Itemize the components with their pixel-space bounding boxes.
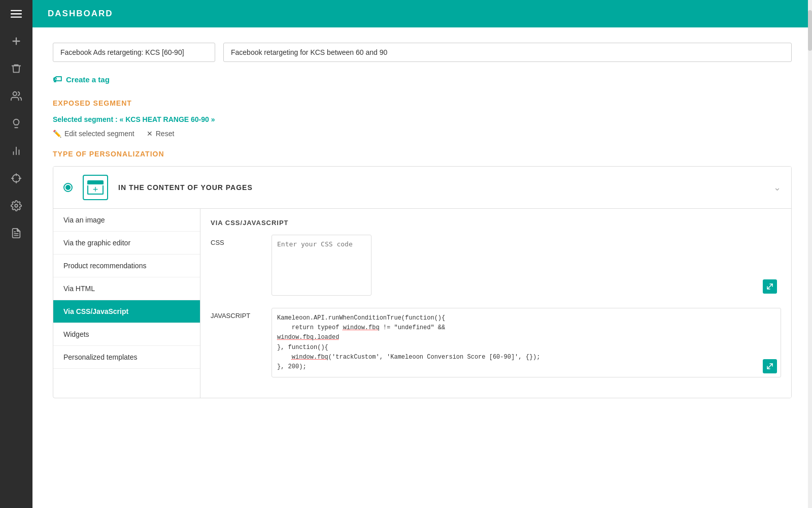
window-fbq-track-ref: window.fbq bbox=[292, 354, 328, 361]
exposed-segment-title: EXPOSED SEGMENT bbox=[53, 99, 792, 107]
edit-segment-label: Edit selected segment bbox=[64, 130, 134, 138]
css-js-section-title: VIA CSS/JAVASCRIPT bbox=[211, 219, 781, 227]
js-code-display: Kameleoon.API.runWhenConditionTrue(funct… bbox=[272, 308, 781, 377]
scrollbar-track[interactable] bbox=[808, 0, 812, 508]
js-expand-button[interactable] bbox=[763, 359, 777, 373]
campaign-name-input[interactable] bbox=[53, 43, 215, 62]
js-area-wrapper: Kameleoon.API.runWhenConditionTrue(funct… bbox=[272, 308, 781, 377]
create-tag-label: Create a tag bbox=[66, 75, 110, 84]
personalization-title: TYPE OF PERSONALIZATION bbox=[53, 150, 792, 158]
window-fbq-loaded-ref: window.fbq.loaded bbox=[277, 334, 339, 341]
css-row: CSS bbox=[211, 235, 781, 298]
card-title: IN THE CONTENT OF YOUR PAGES bbox=[118, 183, 253, 192]
create-tag-button[interactable]: 🏷 Create a tag bbox=[53, 74, 110, 85]
name-row bbox=[53, 43, 792, 62]
personalization-section: TYPE OF PERSONALIZATION + bbox=[53, 150, 792, 398]
content: 🏷 Create a tag EXPOSED SEGMENT Selected … bbox=[32, 27, 812, 508]
sidebar-item-chart[interactable] bbox=[0, 137, 32, 165]
svg-point-4 bbox=[15, 204, 18, 207]
topbar-title: DASHBOARD bbox=[48, 9, 113, 19]
chevron-down-icon: ⌄ bbox=[773, 182, 781, 193]
css-js-panel: VIA CSS/JAVASCRIPT CSS bbox=[200, 209, 791, 398]
menu-item-css-js[interactable]: Via CSS/JavaScript bbox=[53, 300, 200, 323]
personalization-card-header[interactable]: + IN THE CONTENT OF YOUR PAGES ⌄ bbox=[53, 167, 791, 208]
menu-item-widgets[interactable]: Widgets bbox=[53, 323, 200, 346]
reset-segment-label: Reset bbox=[156, 130, 175, 138]
card-header-left: + IN THE CONTENT OF YOUR PAGES bbox=[63, 175, 253, 200]
svg-rect-0 bbox=[11, 10, 22, 11]
sidebar-item-add[interactable] bbox=[0, 27, 32, 55]
main-area: DASHBOARD 🏷 Create a tag EXPOSED SEGMENT… bbox=[32, 0, 812, 508]
topbar: DASHBOARD bbox=[32, 0, 812, 27]
sidebar-item-users[interactable] bbox=[0, 82, 32, 110]
menu-item-image[interactable]: Via an image bbox=[53, 209, 200, 232]
menu-item-html[interactable]: Via HTML bbox=[53, 277, 200, 300]
exposed-segment-section: EXPOSED SEGMENT Selected segment : « KCS… bbox=[53, 99, 792, 138]
edit-segment-button[interactable]: ✏️ Edit selected segment bbox=[53, 130, 134, 138]
pencil-icon: ✏️ bbox=[53, 130, 61, 138]
css-expand-button[interactable] bbox=[763, 279, 777, 294]
sidebar-item-document[interactable] bbox=[0, 219, 32, 247]
svg-rect-2 bbox=[11, 17, 22, 18]
page-content-icon: + bbox=[83, 175, 108, 200]
campaign-description-input[interactable] bbox=[223, 43, 792, 62]
svg-rect-1 bbox=[11, 13, 22, 14]
radio-button[interactable] bbox=[63, 183, 73, 192]
personalization-left-menu: Via an image Via the graphic editor Prod… bbox=[53, 209, 200, 398]
tag-icon: 🏷 bbox=[53, 74, 62, 85]
css-area-wrapper bbox=[272, 235, 781, 298]
menu-item-graphic-editor[interactable]: Via the graphic editor bbox=[53, 232, 200, 255]
selected-segment-text: Selected segment : « KCS HEAT RANGE 60-9… bbox=[53, 115, 792, 123]
menu-item-personalized-templates[interactable]: Personalized templates bbox=[53, 346, 200, 369]
scrollbar-thumb[interactable] bbox=[808, 10, 812, 51]
sidebar-item-trash[interactable] bbox=[0, 55, 32, 82]
personalization-card-body: Via an image Via the graphic editor Prod… bbox=[53, 208, 791, 398]
css-input[interactable] bbox=[272, 235, 371, 296]
sidebar bbox=[0, 0, 32, 508]
x-icon: ✕ bbox=[147, 130, 153, 138]
js-label: JAVASCRIPT bbox=[211, 308, 261, 320]
personalization-card: + IN THE CONTENT OF YOUR PAGES ⌄ Via an … bbox=[53, 166, 792, 398]
sidebar-item-settings[interactable] bbox=[0, 192, 32, 219]
window-fbq-ref: window.fbq bbox=[343, 324, 380, 331]
js-row: JAVASCRIPT Kameleoon.API.runWhenConditio… bbox=[211, 308, 781, 377]
segment-actions: ✏️ Edit selected segment ✕ Reset bbox=[53, 130, 792, 138]
menu-icon[interactable] bbox=[0, 0, 32, 27]
reset-segment-button[interactable]: ✕ Reset bbox=[147, 130, 175, 138]
radio-inner bbox=[65, 185, 71, 190]
sidebar-item-lightbulb[interactable] bbox=[0, 110, 32, 137]
sidebar-item-crosshair[interactable] bbox=[0, 165, 32, 192]
menu-item-product-recommendations[interactable]: Product recommendations bbox=[53, 255, 200, 277]
create-tag-row: 🏷 Create a tag bbox=[53, 74, 792, 85]
css-label: CSS bbox=[211, 235, 261, 246]
